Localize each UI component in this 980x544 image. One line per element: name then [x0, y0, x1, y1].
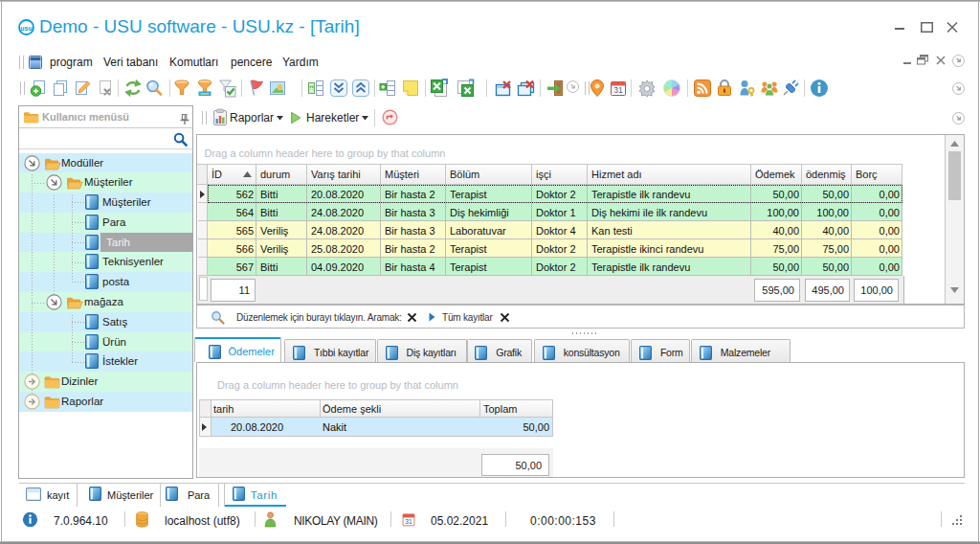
svg-text:31: 31	[613, 85, 623, 95]
svg-text:31: 31	[405, 518, 412, 525]
svg-text:usu: usu	[20, 25, 32, 32]
